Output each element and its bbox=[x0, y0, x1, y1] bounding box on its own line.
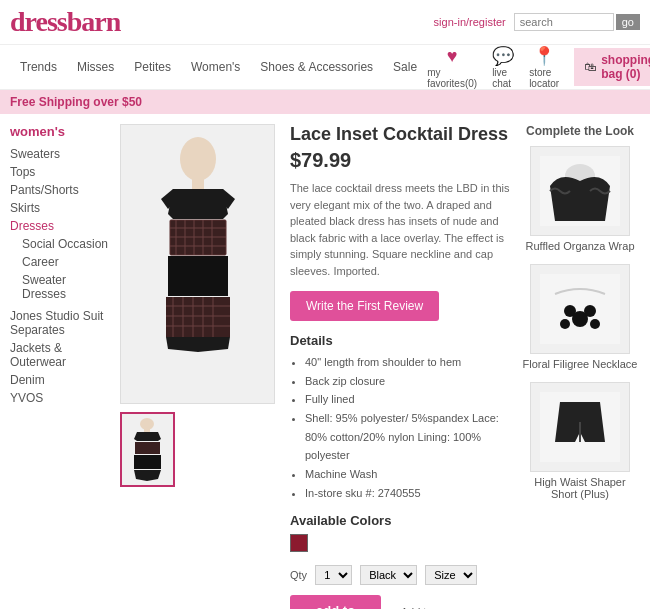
shopping-bag-label: shopping bag (0) bbox=[601, 53, 650, 81]
look-item-shorts[interactable]: High Waist Shaper Short (Plus) bbox=[520, 382, 640, 500]
sidebar-item-pants[interactable]: Pants/Shorts bbox=[10, 181, 110, 199]
sidebar-item-jackets[interactable]: Jackets & Outerwear bbox=[10, 339, 110, 371]
size-select[interactable]: Size XS S M L XL bbox=[425, 565, 477, 585]
svg-rect-28 bbox=[540, 274, 620, 344]
sidebar-item-tops[interactable]: Tops bbox=[10, 163, 110, 181]
sidebar-item-jones-studio[interactable]: Jones Studio Suit Separates bbox=[10, 307, 110, 339]
detail-item: 40" length from shoulder to hem bbox=[305, 353, 510, 372]
nav-sale[interactable]: Sale bbox=[383, 52, 427, 82]
thumbnail-row bbox=[120, 412, 280, 487]
main-nav: Trends Misses Petites Women's Shoes & Ac… bbox=[0, 44, 650, 90]
look-image-shorts bbox=[530, 382, 630, 472]
sidebar-item-sweater-dresses[interactable]: Sweater Dresses bbox=[10, 271, 110, 303]
sidebar-item-denim[interactable]: Denim bbox=[10, 371, 110, 389]
action-row: add to bag ♥ Add to favorites 🖨 Print bbox=[290, 595, 510, 610]
main-content: women's Sweaters Tops Pants/Shorts Skirt… bbox=[0, 114, 650, 609]
nav-favorites[interactable]: ♥ my favorites(0) bbox=[427, 46, 477, 89]
svg-rect-24 bbox=[135, 442, 160, 454]
detail-item: Back zip closure bbox=[305, 372, 510, 391]
favorites-link-label: Add to favorites bbox=[401, 606, 464, 610]
sidebar-item-career[interactable]: Career bbox=[10, 253, 110, 271]
look-label-shorts: High Waist Shaper Short (Plus) bbox=[520, 476, 640, 500]
search-button[interactable]: go bbox=[616, 14, 640, 30]
svg-point-32 bbox=[560, 319, 570, 329]
look-label-necklace: Floral Filigree Necklace bbox=[520, 358, 640, 370]
qty-label: Qty bbox=[290, 569, 307, 581]
top-header: dressbarn sign-in/register go bbox=[0, 0, 650, 44]
logo: dressbarn bbox=[10, 6, 120, 38]
detail-item: Fully lined bbox=[305, 390, 510, 409]
look-item-necklace[interactable]: Floral Filigree Necklace bbox=[520, 264, 640, 370]
nav-womens[interactable]: Women's bbox=[181, 52, 250, 82]
qty-select[interactable]: 1 2 3 bbox=[315, 565, 352, 585]
sidebar-item-sweaters[interactable]: Sweaters bbox=[10, 145, 110, 163]
detail-item: Machine Wash bbox=[305, 465, 510, 484]
sign-in-link[interactable]: sign-in/register bbox=[434, 16, 506, 28]
bag-icon: 🛍 bbox=[584, 60, 596, 74]
complete-look-title: Complete the Look bbox=[520, 124, 640, 138]
nav-store-locator[interactable]: 📍 store locator bbox=[529, 45, 559, 89]
qty-size-row: Qty 1 2 3 Black Size XS S M L XL bbox=[290, 565, 510, 585]
look-image-wrap bbox=[530, 146, 630, 236]
main-product-image bbox=[120, 124, 275, 404]
chat-icon: 💬 bbox=[492, 45, 514, 67]
complete-look: Complete the Look Ruffled Organza Wrap bbox=[520, 124, 640, 609]
top-right: sign-in/register go bbox=[434, 13, 640, 31]
svg-rect-13 bbox=[166, 297, 230, 337]
sidebar-title: women's bbox=[10, 124, 110, 139]
detail-item: Shell: 95% polyester/ 5%spandex Lace: 80… bbox=[305, 409, 510, 465]
nav-petites[interactable]: Petites bbox=[124, 52, 181, 82]
color-swatch-black[interactable] bbox=[290, 534, 308, 552]
product-details: Lace Inset Cocktail Dress $79.99 The lac… bbox=[290, 124, 510, 609]
favorites-label: my favorites(0) bbox=[427, 67, 477, 89]
svg-rect-12 bbox=[168, 256, 228, 296]
add-to-bag-button[interactable]: add to bag bbox=[290, 595, 381, 610]
search-input[interactable] bbox=[514, 13, 614, 31]
sidebar: women's Sweaters Tops Pants/Shorts Skirt… bbox=[10, 124, 110, 609]
look-item-wrap[interactable]: Ruffled Organza Wrap bbox=[520, 146, 640, 252]
nav-icons: ♥ my favorites(0) 💬 live chat 📍 store lo… bbox=[427, 45, 650, 89]
store-label: store locator bbox=[529, 67, 559, 89]
shipping-bar: Free Shipping over $50 bbox=[0, 90, 650, 114]
add-to-favorites-link[interactable]: ♥ Add to favorites bbox=[391, 606, 463, 610]
svg-rect-23 bbox=[144, 428, 150, 432]
chat-label: live chat bbox=[492, 67, 514, 89]
sidebar-item-dresses[interactable]: Dresses bbox=[10, 217, 110, 235]
look-image-necklace bbox=[530, 264, 630, 354]
nav-live-chat[interactable]: 💬 live chat bbox=[492, 45, 514, 89]
heart-icon: ♥ bbox=[447, 46, 458, 67]
product-thumbnail[interactable] bbox=[120, 412, 175, 487]
shopping-bag-area[interactable]: 🛍 shopping bag (0) bbox=[574, 48, 650, 86]
color-select[interactable]: Black bbox=[360, 565, 417, 585]
nav-misses[interactable]: Misses bbox=[67, 52, 124, 82]
colors-section: Available Colors bbox=[290, 513, 510, 555]
details-section: Details 40" length from shoulder to hem … bbox=[290, 333, 510, 503]
svg-rect-1 bbox=[192, 177, 204, 189]
product-images bbox=[120, 124, 280, 609]
svg-rect-25 bbox=[134, 455, 161, 469]
product-area: Lace Inset Cocktail Dress $79.99 The lac… bbox=[120, 124, 640, 609]
sidebar-item-social-occasion[interactable]: Social Occasion bbox=[10, 235, 110, 253]
search-box: go bbox=[514, 13, 640, 31]
svg-point-33 bbox=[590, 319, 600, 329]
svg-point-0 bbox=[180, 137, 216, 181]
sidebar-item-yvos[interactable]: YVOS bbox=[10, 389, 110, 407]
svg-point-31 bbox=[584, 305, 596, 317]
product-price: $79.99 bbox=[290, 149, 510, 172]
location-icon: 📍 bbox=[533, 45, 555, 67]
product-description: The lace cocktail dress meets the LBD in… bbox=[290, 180, 510, 279]
nav-trends[interactable]: Trends bbox=[10, 52, 67, 82]
write-review-button[interactable]: Write the First Review bbox=[290, 291, 439, 321]
details-title: Details bbox=[290, 333, 510, 348]
colors-title: Available Colors bbox=[290, 513, 510, 528]
look-label-wrap: Ruffled Organza Wrap bbox=[520, 240, 640, 252]
details-list: 40" length from shoulder to hem Back zip… bbox=[290, 353, 510, 503]
sidebar-item-skirts[interactable]: Skirts bbox=[10, 199, 110, 217]
nav-shoes[interactable]: Shoes & Accessories bbox=[250, 52, 383, 82]
detail-item: In-store sku #: 2740555 bbox=[305, 484, 510, 503]
product-title: Lace Inset Cocktail Dress bbox=[290, 124, 510, 145]
